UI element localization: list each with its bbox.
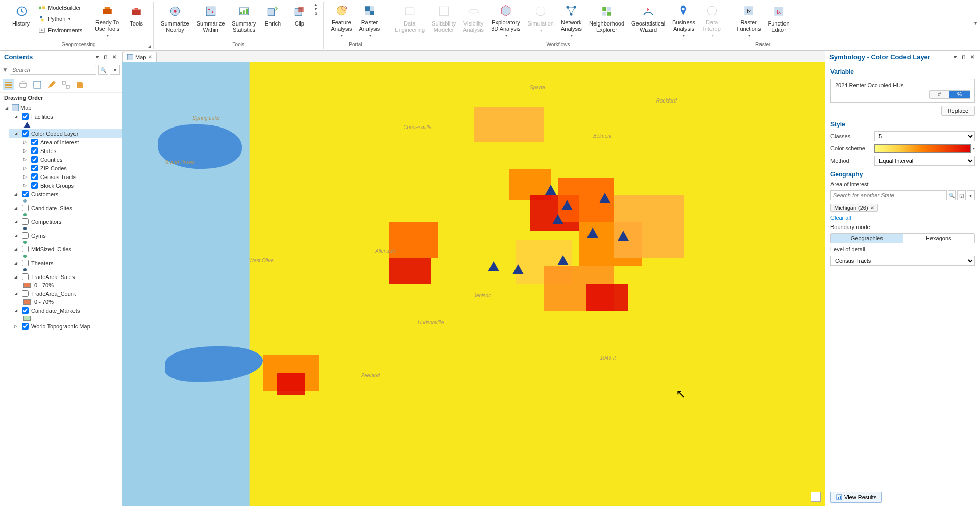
sublayer-census-tracts[interactable]: ▷Census Tracts	[18, 172, 122, 181]
environments-button[interactable]: Environments	[35, 24, 91, 36]
list-by-drawing-order-icon[interactable]	[3, 79, 14, 90]
aoi-search-input[interactable]	[830, 190, 947, 200]
search-icon[interactable]: 🔍	[98, 65, 108, 75]
pin-icon[interactable]: ⊓	[102, 54, 109, 61]
layer-tradearea-sales[interactable]: ◢TradeArea_Sales	[9, 272, 122, 281]
exploratory-3d-button[interactable]: Exploratory 3D Analysis▾	[488, 2, 523, 40]
facility-marker[interactable]	[561, 200, 573, 210]
clip-button[interactable]: Clip	[286, 2, 312, 40]
search-options-icon[interactable]: ▾	[110, 65, 120, 75]
close-icon[interactable]: ✕	[969, 54, 976, 61]
list-by-labeling-icon[interactable]	[75, 79, 86, 90]
layer-candidate-sites[interactable]: ◢Candidate_Sites	[9, 204, 122, 212]
history-button[interactable]: History	[8, 2, 34, 40]
layer-checkbox[interactable]	[22, 113, 29, 120]
layer-facilities[interactable]: ◢Facilities	[9, 112, 122, 121]
layer-checkbox[interactable]	[22, 232, 29, 239]
options-icon[interactable]: ▾	[951, 54, 959, 61]
layer-checkbox[interactable]	[31, 156, 38, 163]
facility-marker[interactable]	[552, 214, 564, 224]
geographies-toggle[interactable]: Geographies	[831, 234, 903, 243]
scroll-down-icon[interactable]: ▾	[315, 7, 318, 11]
layer-checkbox[interactable]	[22, 130, 29, 137]
summary-statistics-button[interactable]: Summary Statistics	[229, 2, 259, 40]
data-interop-button[interactable]: Data Interop▾	[699, 2, 725, 40]
percent-toggle[interactable]: %	[949, 91, 970, 98]
dialog-launcher-icon[interactable]: ◢	[148, 44, 151, 49]
count-toggle[interactable]: #	[930, 91, 949, 98]
data-engineering-button[interactable]: Data Engineering	[391, 2, 428, 40]
map-navigator-icon[interactable]	[811, 492, 821, 502]
layer-gyms[interactable]: ◢Gyms	[9, 231, 122, 240]
list-by-snapping-icon[interactable]	[60, 79, 71, 90]
facility-marker[interactable]	[512, 264, 524, 274]
facility-marker[interactable]	[587, 227, 598, 238]
layer-checkbox[interactable]	[22, 218, 29, 225]
close-icon[interactable]: ✕	[148, 54, 152, 60]
raster-functions-button[interactable]: fxRaster Functions▾	[733, 2, 764, 40]
python-button[interactable]: Python▾	[35, 13, 91, 24]
gallery-launcher-icon[interactable]: ⊻	[315, 11, 318, 16]
enrich-button[interactable]: Enrich	[260, 2, 285, 40]
summarize-nearby-button[interactable]: Summarize Nearby	[158, 2, 192, 40]
close-icon[interactable]: ✕	[111, 54, 118, 61]
contents-search-input[interactable]	[10, 65, 96, 75]
search-icon[interactable]: 🔍	[948, 190, 956, 200]
caret-icon[interactable]: ▾	[973, 146, 975, 151]
clear-all-link[interactable]: Clear all	[830, 215, 975, 221]
caret-icon[interactable]: ▾	[967, 190, 975, 200]
map-tab[interactable]: Map ✕	[122, 52, 157, 62]
map-canvas[interactable]: Coopersville Sparta Rockford Belmont Spr…	[122, 62, 825, 506]
layer-theaters[interactable]: ◢Theaters	[9, 259, 122, 267]
replace-button[interactable]: Replace	[941, 106, 975, 116]
list-by-source-icon[interactable]	[17, 79, 29, 90]
facility-marker[interactable]	[618, 231, 629, 241]
layer-checkbox[interactable]	[22, 323, 29, 330]
layer-checkbox[interactable]	[22, 260, 29, 266]
modelbuilder-button[interactable]: ModelBuilder	[35, 2, 91, 13]
view-results-button[interactable]: View Results	[830, 492, 882, 503]
scroll-up-icon[interactable]: ▴	[315, 2, 318, 7]
suitability-modeler-button[interactable]: Suitability Modeler	[429, 2, 459, 40]
map-root-item[interactable]: ◢Map	[0, 103, 122, 112]
visibility-analysis-button[interactable]: Visibility Analysis	[460, 2, 487, 40]
layer-checkbox[interactable]	[22, 307, 29, 314]
business-analysis-button[interactable]: Business Analysis▾	[669, 2, 698, 40]
classes-select[interactable]: 5	[874, 131, 975, 141]
layer-customers[interactable]: ◢Customers	[9, 190, 122, 198]
layer-checkbox[interactable]	[31, 165, 38, 171]
list-by-editing-icon[interactable]	[46, 79, 57, 90]
facility-marker[interactable]	[557, 255, 569, 265]
layer-checkbox[interactable]	[22, 191, 29, 197]
facility-marker[interactable]	[599, 193, 610, 203]
facility-marker[interactable]	[545, 185, 556, 195]
function-editor-button[interactable]: fxFunction Editor	[765, 2, 792, 40]
layer-checkbox[interactable]	[31, 173, 38, 180]
layer-checkbox[interactable]	[31, 182, 38, 189]
layer-checkbox[interactable]	[22, 205, 29, 211]
layer-checkbox[interactable]	[22, 273, 29, 280]
hexagons-toggle[interactable]: Hexagons	[903, 234, 975, 243]
ribbon-collapse-icon[interactable]: ▾	[974, 20, 977, 26]
layer-checkbox[interactable]	[22, 290, 29, 297]
sublayer-states[interactable]: ▷States	[18, 146, 122, 155]
summarize-within-button[interactable]: Summarize Within	[193, 2, 228, 40]
ready-to-use-button[interactable]: Ready To Use Tools▾	[92, 2, 122, 40]
layer-checkbox[interactable]	[31, 147, 38, 154]
raster-analysis-button[interactable]: Raster Analysis▾	[356, 2, 383, 40]
sublayer-aoi[interactable]: ▷Area of Interest	[18, 138, 122, 146]
method-select[interactable]: Equal Interval	[874, 156, 975, 166]
sublayer-counties[interactable]: ▷Counties	[18, 155, 122, 164]
layer-checkbox[interactable]	[22, 246, 29, 252]
geostatistical-wizard-button[interactable]: Geostatistical Wizard	[628, 2, 668, 40]
sublayer-block-groups[interactable]: ▷Block Groups	[18, 181, 122, 190]
options-icon[interactable]: ▾	[93, 54, 101, 61]
network-analysis-button[interactable]: Network Analysis▾	[558, 2, 585, 40]
layer-competitors[interactable]: ◢Competitors	[9, 217, 122, 226]
facility-marker[interactable]	[488, 261, 499, 271]
pin-icon[interactable]: ⊓	[960, 54, 967, 61]
layer-color-coded[interactable]: ◢Color Coded Layer	[9, 129, 122, 138]
neighborhood-explorer-button[interactable]: Neighborhood Explorer	[586, 2, 627, 40]
tools-button[interactable]: Tools	[124, 2, 149, 40]
layer-tradearea-count[interactable]: ◢TradeArea_Count	[9, 289, 122, 298]
